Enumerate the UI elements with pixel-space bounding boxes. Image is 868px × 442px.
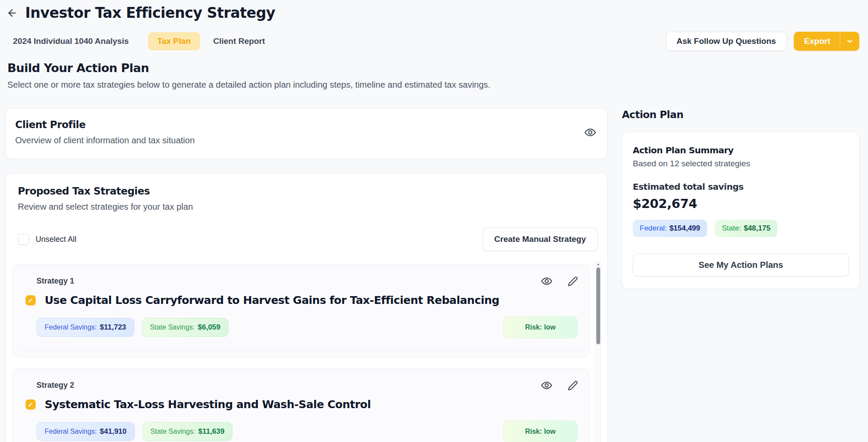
strategy-card-divider: [19, 350, 583, 351]
export-split-button[interactable]: Export: [794, 32, 859, 51]
strategy-1-badges: Federal Savings:$11,723 State Savings:$6…: [36, 316, 578, 339]
eye-icon: [541, 380, 552, 391]
edit-strategy-button[interactable]: [568, 380, 578, 391]
state-savings-badge: State Savings:$11,639: [142, 422, 233, 441]
tab-2024-individual-1040-analysis[interactable]: 2024 Individual 1040 Analysis: [13, 32, 129, 50]
state-total-label: State:: [722, 224, 741, 232]
scrollbar-thumb[interactable]: [596, 267, 600, 344]
unselect-all-checkbox[interactable]: [18, 234, 29, 245]
strategy-2-checkbox[interactable]: ✓: [26, 399, 36, 409]
strategy-card-2: Strategy 2 ✓ Systematic Tax-Loss H: [12, 368, 590, 442]
federal-total-value: $154,499: [669, 224, 700, 232]
view-client-profile-button[interactable]: [585, 127, 596, 138]
strategy-2-title-row: ✓ Systematic Tax-Loss Harvesting and Was…: [19, 398, 580, 411]
state-total-pill: State:$48,175: [715, 220, 777, 237]
state-savings-badge: State Savings:$6,059: [142, 318, 229, 337]
ask-follow-up-questions-button[interactable]: Ask Follow Up Questions: [666, 32, 787, 51]
section-heading: Build Your Action Plan: [7, 61, 859, 75]
federal-savings-label: Federal Savings:: [45, 428, 97, 435]
strategy-card-1: Strategy 1 ✓ Use Capital Loss Carr: [12, 264, 590, 357]
savings-breakdown-pills: Federal:$154,499 State:$48,175: [633, 220, 849, 237]
client-profile-subtitle: Overview of client information and tax s…: [15, 135, 585, 145]
strategy-2-title: Systematic Tax-Loss Harvesting and Wash-…: [45, 398, 371, 411]
client-profile-title: Client Profile: [15, 119, 585, 130]
estimated-savings-label: Estimated total savings: [633, 181, 849, 192]
action-plan-summary-subtitle: Based on 12 selected strategies: [633, 159, 849, 168]
strategy-1-actions: [541, 276, 580, 287]
action-plan-summary-card: Action Plan Summary Based on 12 selected…: [622, 132, 860, 289]
strategy-2-badges: Federal Savings:$41,910 State Savings:$1…: [36, 420, 578, 442]
state-savings-value: $11,639: [198, 427, 225, 435]
eye-icon: [585, 127, 596, 138]
proposed-strategies-card: Proposed Tax Strategies Review and selec…: [5, 173, 608, 442]
main-content: Client Profile Overview of client inform…: [0, 108, 868, 442]
strategies-scroll-area: Strategy 1 ✓ Use Capital Loss Carr: [6, 261, 607, 442]
chevron-down-icon: [846, 37, 854, 45]
state-savings-value: $6,059: [198, 323, 220, 331]
strategies-scrollbar[interactable]: ▲: [595, 261, 601, 442]
view-strategy-button[interactable]: [541, 380, 552, 391]
strategy-2-header: Strategy 2: [36, 380, 580, 391]
strategy-1-title: Use Capital Loss Carryforward to Harvest…: [45, 294, 500, 307]
federal-savings-label: Federal Savings:: [45, 323, 97, 331]
eye-icon: [541, 276, 552, 287]
pencil-icon: [568, 380, 578, 391]
scrollbar-up-arrow[interactable]: ▲: [596, 262, 601, 266]
intro-section: Build Your Action Plan Select one or mor…: [0, 51, 868, 90]
proposed-strategies-header: Proposed Tax Strategies Review and selec…: [6, 173, 607, 212]
tab-client-report[interactable]: Client Report: [213, 32, 265, 50]
strategy-1-header: Strategy 1: [36, 276, 580, 287]
tab-bar: 2024 Individual 1040 Analysis Tax Plan C…: [0, 32, 868, 51]
export-button[interactable]: Export: [794, 32, 840, 51]
strategies-controls-row: Unselect All Create Manual Strategy: [6, 212, 607, 261]
strategy-1-checkbox[interactable]: ✓: [26, 295, 36, 305]
strategy-2-actions: [541, 380, 580, 391]
federal-savings-value: $41,910: [100, 427, 126, 435]
strategy-1-title-row: ✓ Use Capital Loss Carryforward to Harve…: [19, 294, 580, 307]
federal-savings-value: $11,723: [100, 323, 126, 331]
proposed-strategies-subtitle: Review and select strategies for your ta…: [18, 202, 595, 212]
see-my-action-plans-button[interactable]: See My Action Plans: [633, 254, 849, 277]
export-dropdown-button[interactable]: [840, 32, 859, 51]
client-profile-texts: Client Profile Overview of client inform…: [15, 119, 585, 145]
section-subheading: Select one or more tax strategies below …: [7, 80, 859, 90]
page-title: Investor Tax Efficiency Strategy: [25, 4, 275, 21]
federal-savings-badge: Federal Savings:$41,910: [36, 422, 135, 441]
action-plan-column: Action Plan Action Plan Summary Based on…: [622, 108, 860, 289]
estimated-savings-total: $202,674: [633, 196, 849, 211]
tab-tax-plan[interactable]: Tax Plan: [148, 32, 201, 50]
strategy-2-label: Strategy 2: [36, 381, 74, 390]
left-column: Client Profile Overview of client inform…: [5, 108, 608, 442]
risk-badge: Risk: low: [503, 316, 578, 339]
federal-total-pill: Federal:$154,499: [633, 220, 707, 237]
edit-strategy-button[interactable]: [568, 276, 578, 287]
create-manual-strategy-button[interactable]: Create Manual Strategy: [483, 228, 598, 251]
state-savings-label: State Savings:: [151, 428, 195, 435]
arrow-left-icon: [7, 7, 18, 19]
page-header: Investor Tax Efficiency Strategy: [0, 0, 868, 21]
state-savings-label: State Savings:: [150, 323, 195, 331]
state-total-value: $48,175: [744, 224, 770, 232]
client-profile-card: Client Profile Overview of client inform…: [5, 108, 608, 159]
federal-savings-badge: Federal Savings:$11,723: [36, 318, 135, 337]
unselect-all-label: Unselect All: [36, 235, 76, 244]
action-plan-summary-title: Action Plan Summary: [633, 145, 849, 155]
pencil-icon: [568, 276, 578, 287]
risk-badge: Risk: low: [503, 420, 578, 442]
strategy-1-label: Strategy 1: [36, 277, 74, 286]
action-plan-heading: Action Plan: [622, 108, 860, 120]
proposed-strategies-title: Proposed Tax Strategies: [18, 185, 595, 197]
back-button[interactable]: [6, 7, 18, 19]
view-strategy-button[interactable]: [541, 276, 552, 287]
federal-total-label: Federal:: [640, 224, 667, 232]
